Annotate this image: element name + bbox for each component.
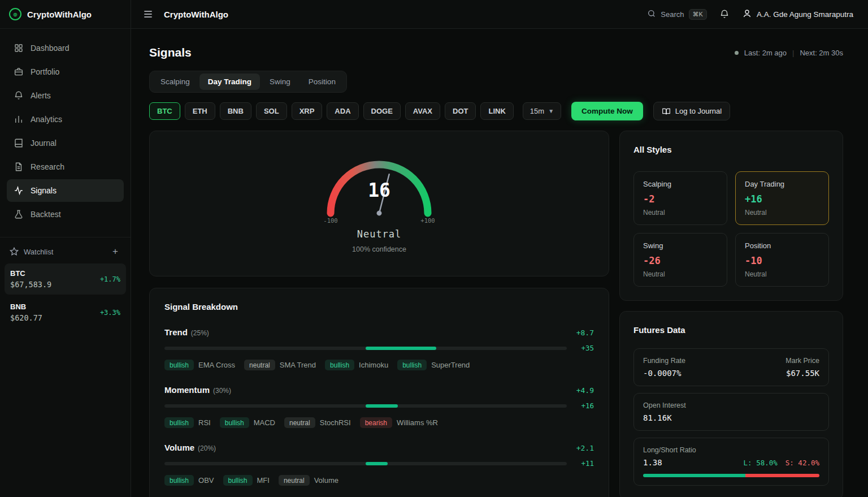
user-icon — [742, 8, 752, 20]
main-content: Signals Last: 2m ago | Next: 2m 30s Scal… — [131, 29, 868, 497]
indicator-badge: bullish — [164, 360, 194, 370]
indicator-badge: bullish — [325, 360, 354, 370]
search-shortcut: ⌘K — [689, 9, 707, 20]
book-icon — [662, 107, 671, 116]
timeframe-value: 15m — [530, 107, 544, 115]
long-short-ratio: 1.38 — [643, 458, 662, 467]
breakdown-bar — [164, 462, 567, 465]
sidebar-item-backtest[interactable]: Backtest — [7, 203, 124, 226]
tab-position[interactable]: Position — [300, 74, 344, 90]
activity-icon — [14, 185, 24, 196]
indicator-label: Ichimoku — [359, 361, 388, 369]
coin-pill-doge[interactable]: DOGE — [363, 102, 401, 120]
sidebar-item-analytics[interactable]: Analytics — [7, 108, 124, 131]
indicator-badge: bullish — [397, 360, 427, 370]
style-name: Day Trading — [745, 180, 819, 188]
breakdown-bar — [164, 347, 567, 350]
indicator-label: OBV — [198, 476, 214, 485]
style-name: Position — [745, 241, 819, 250]
coin-pill-eth[interactable]: ETH — [185, 102, 215, 120]
log-to-journal-button[interactable]: Log to Journal — [653, 102, 730, 120]
funding-rate-card: Funding Rate -0.0007% Mark Price $67.55K — [633, 348, 829, 386]
breakdown-score: +4.9 — [576, 386, 594, 395]
style-signal: Neutral — [643, 209, 718, 217]
tab-swing[interactable]: Swing — [261, 74, 299, 90]
breakdown-row-volume: Volume(20%) +2.1 +11 bullishOBV bullishM… — [164, 443, 594, 486]
user-menu[interactable]: A.A. Gde Agung Smaraputra — [742, 8, 853, 20]
open-interest-label: Open Interest — [643, 401, 819, 409]
mark-price-label: Mark Price — [785, 357, 819, 365]
sidebar-item-label: Research — [31, 162, 64, 171]
breakdown-name: Trend — [164, 327, 188, 337]
tab-scalping[interactable]: Scalping — [152, 74, 198, 90]
coin-pill-dot[interactable]: DOT — [445, 102, 476, 120]
search-input[interactable]: Search ⌘K — [647, 9, 707, 20]
coin-selector: BTC ETH BNB SOL XRP ADA DOGE AVAX DOT LI… — [149, 102, 843, 120]
sidebar-item-portfolio[interactable]: Portfolio — [7, 60, 124, 83]
sidebar-nav: Dashboard Portfolio Alerts Analytics Jou… — [0, 29, 131, 231]
style-card-swing[interactable]: Swing -26 Neutral — [633, 233, 727, 287]
flask-icon — [14, 209, 24, 219]
style-value: -26 — [643, 255, 718, 266]
bar-chart-icon — [14, 114, 24, 124]
sidebar-item-label: Dashboard — [31, 44, 70, 53]
search-icon — [647, 9, 656, 20]
compute-now-button[interactable]: Compute Now — [571, 102, 643, 120]
gauge-min-label: -100 — [323, 217, 337, 224]
watchlist-title: Watchlist — [24, 248, 53, 256]
watchlist-price: $67,583.9 — [10, 280, 51, 289]
timeframe-select[interactable]: 15m ▼ — [523, 102, 561, 120]
indicator-badge: bearish — [360, 417, 392, 428]
gauge-value: 16 — [317, 179, 441, 201]
add-watchlist-button[interactable]: + — [109, 245, 121, 258]
sidebar-item-research[interactable]: Research — [7, 155, 124, 178]
bell-icon — [14, 90, 24, 101]
watchlist-header: Watchlist + — [0, 237, 131, 262]
style-card-day-trading[interactable]: Day Trading +16 Neutral — [735, 171, 829, 225]
sidebar-item-journal[interactable]: Journal — [7, 132, 124, 154]
indicator-label: EMA Cross — [198, 361, 235, 369]
coin-pill-link[interactable]: LINK — [480, 102, 513, 120]
search-placeholder: Search — [661, 10, 684, 19]
style-card-scalping[interactable]: Scalping -2 Neutral — [633, 171, 727, 225]
dashboard-icon — [14, 43, 24, 53]
briefcase-icon — [14, 67, 24, 77]
sidebar-item-alerts[interactable]: Alerts — [7, 84, 124, 107]
coin-pill-xrp[interactable]: XRP — [292, 102, 323, 120]
sidebar-item-dashboard[interactable]: Dashboard — [7, 37, 124, 59]
all-styles-title: All Styles — [633, 145, 829, 154]
coin-pill-ada[interactable]: ADA — [327, 102, 358, 120]
notifications-bell-icon[interactable] — [719, 9, 730, 19]
short-percent: S: 42.0% — [785, 459, 819, 467]
style-name: Scalping — [643, 180, 718, 188]
style-card-position[interactable]: Position -10 Neutral — [735, 233, 829, 287]
open-interest-card: Open Interest 81.16K — [633, 393, 829, 431]
watchlist-item-bnb[interactable]: BNB $620.77 +3.3% — [5, 297, 126, 328]
app-name: CryptoWithAlgo — [27, 10, 92, 19]
indicator-badge: bullish — [220, 417, 249, 428]
coin-pill-sol[interactable]: SOL — [256, 102, 287, 120]
style-tabs: Scalping Day Trading Swing Position — [149, 71, 347, 93]
coin-pill-bnb[interactable]: BNB — [220, 102, 251, 120]
style-value: -2 — [643, 193, 718, 205]
indicator-label: Williams %R — [397, 418, 438, 427]
breakdown-bar — [164, 404, 567, 408]
sidebar-item-label: Alerts — [31, 91, 51, 100]
style-name: Swing — [643, 241, 718, 250]
long-bar-segment — [643, 474, 745, 477]
indicator-label: SuperTrend — [431, 361, 470, 369]
sidebar-item-signals[interactable]: Signals — [7, 179, 124, 202]
open-interest-value: 81.16K — [643, 413, 819, 422]
coin-pill-btc[interactable]: BTC — [149, 102, 180, 120]
breakdown-weight: (20%) — [198, 444, 216, 452]
indicator-label: SMA Trend — [280, 361, 316, 369]
short-bar-segment — [745, 474, 819, 477]
sidebar-header: ◎ CryptoWithAlgo — [0, 0, 131, 29]
watchlist-item-btc[interactable]: BTC $67,583.9 +1.7% — [5, 263, 126, 295]
indicator-label: MFI — [257, 476, 270, 485]
coin-pill-avax[interactable]: AVAX — [405, 102, 440, 120]
indicator-badge: bullish — [223, 475, 253, 486]
page-title: Signals — [149, 46, 192, 59]
tab-day-trading[interactable]: Day Trading — [199, 74, 260, 90]
menu-icon[interactable] — [142, 8, 154, 20]
